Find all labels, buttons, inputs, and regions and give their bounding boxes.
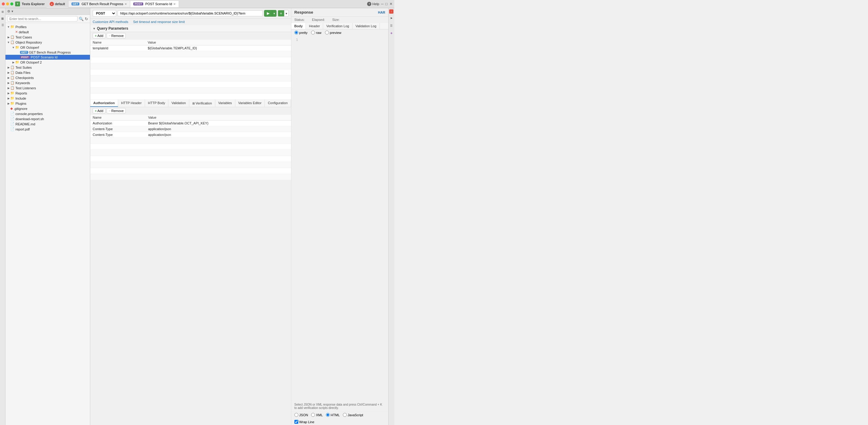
format-javascript[interactable]: JavaScript bbox=[343, 413, 363, 417]
response-elapsed: Elapsed: bbox=[312, 18, 326, 22]
tab-get-bench[interactable]: GET GET Bench Result Progress ✕ bbox=[68, 1, 130, 7]
auth-row-3[interactable]: Content-Type application/json bbox=[90, 132, 291, 138]
xml-label: XML bbox=[316, 413, 323, 417]
tab-configuration[interactable]: Configuration bbox=[265, 100, 291, 107]
sidebar-item-post-scenario[interactable]: POST POST Scenario Id bbox=[5, 55, 90, 60]
format-xml[interactable]: XML bbox=[311, 413, 323, 417]
har-link[interactable]: HAR bbox=[378, 10, 385, 14]
tab-validation[interactable]: Validation bbox=[168, 100, 189, 107]
radio-raw[interactable]: raw bbox=[311, 31, 321, 34]
tab-default-label: default bbox=[55, 2, 65, 6]
left-panel-header-icons: ⚙ ▾ bbox=[7, 9, 13, 13]
query-params-collapse-arrow[interactable]: ▼ bbox=[93, 27, 96, 30]
panel-icon-2[interactable]: ▾ bbox=[11, 9, 13, 13]
auth-name-1: Authorization bbox=[90, 121, 146, 126]
icon-bar-btn-2[interactable]: ▦ bbox=[0, 16, 5, 21]
right-icon-1[interactable]: ! bbox=[389, 9, 394, 13]
icon-bar-btn-3[interactable]: ☰ bbox=[0, 23, 5, 28]
auth-toolbar: + Add − Remove bbox=[90, 107, 291, 115]
query-add-btn[interactable]: + Add bbox=[93, 33, 105, 38]
sidebar-item-get-bench[interactable]: GET GET Bench Result Progress bbox=[5, 50, 90, 55]
gitignore-label: .gitignore bbox=[13, 107, 27, 110]
sidebar-item-include[interactable]: ▶ 📁 Include bbox=[5, 96, 90, 101]
sidebar-item-keywords[interactable]: ▶ 📋 Keywords bbox=[5, 80, 90, 85]
tab-get-close[interactable]: ✕ bbox=[124, 2, 127, 6]
tab-http-body[interactable]: HTTP Body bbox=[145, 100, 169, 107]
response-tab-header[interactable]: Header bbox=[306, 23, 323, 29]
sidebar-item-checkpoints[interactable]: ▶ 📋 Checkpoints bbox=[5, 75, 90, 80]
timeout-link[interactable]: Set timeout and response size limit bbox=[133, 20, 185, 24]
auth-row-1[interactable]: Authorization Bearer ${GlobalVariable.OC… bbox=[90, 121, 291, 126]
param-row-1[interactable]: templateId ${GlobalVariable.TEMPLATE_ID} bbox=[90, 45, 291, 51]
add-action-btn[interactable]: + bbox=[278, 10, 284, 17]
tab-post-close[interactable]: ✕ bbox=[173, 2, 176, 6]
radio-pretty[interactable]: pretty bbox=[294, 31, 308, 34]
response-tab-verification-log[interactable]: Verification Log bbox=[323, 23, 352, 29]
right-icon-2[interactable]: ⚑ bbox=[389, 16, 394, 21]
sidebar-item-reports[interactable]: ▶ 📁 Reports bbox=[5, 91, 90, 96]
window-close-btn[interactable] bbox=[2, 2, 5, 5]
window-minimize-btn[interactable] bbox=[6, 2, 9, 5]
query-remove-btn[interactable]: − Remove bbox=[106, 33, 126, 38]
wm-maximize-icon[interactable]: □ bbox=[385, 2, 388, 6]
sidebar-item-test-suites[interactable]: ▶ 📋 Test Suites bbox=[5, 65, 90, 70]
sidebar-item-data-files[interactable]: ▶ 📋 Data Files bbox=[5, 70, 90, 75]
add-dropdown-btn[interactable]: ▾ bbox=[284, 10, 288, 17]
tab-authorization[interactable]: Authorization bbox=[90, 100, 118, 107]
sidebar-item-plugins[interactable]: ▶ 📁 Plugins bbox=[5, 101, 90, 106]
auth-row-2[interactable]: Content-Type application/json bbox=[90, 126, 291, 132]
sidebar-item-or-octoperf2[interactable]: ▶ 📁 OR Octoperf 2 bbox=[5, 60, 90, 65]
left-icon-bar: ⊞ ▦ ☰ bbox=[0, 8, 5, 425]
sidebar-item-default[interactable]: ✕ default bbox=[5, 29, 90, 34]
panel-icon-1[interactable]: ⚙ bbox=[7, 9, 10, 13]
auth-empty-row bbox=[90, 162, 291, 168]
tab-variables[interactable]: Variables bbox=[215, 100, 235, 107]
search-input[interactable] bbox=[7, 16, 78, 22]
tab-http-header[interactable]: HTTP Header bbox=[118, 100, 145, 107]
tab-post-label: POST Scenario Id bbox=[145, 2, 172, 6]
tab-default[interactable]: x default bbox=[46, 1, 68, 7]
sidebar-item-test-cases[interactable]: ▶ 📋 Test Cases bbox=[5, 34, 90, 40]
sidebar-item-report-pdf[interactable]: 📄 report.pdf bbox=[5, 127, 90, 132]
window-maximize-btn[interactable] bbox=[10, 2, 13, 5]
tab-post-scenario[interactable]: POST POST Scenario Id ✕ bbox=[130, 1, 179, 7]
method-select[interactable]: POST GET PUT DELETE bbox=[93, 10, 116, 17]
download-report-label: download-report.sh bbox=[16, 117, 44, 121]
tab-bar: x default GET GET Bench Result Progress … bbox=[46, 1, 366, 7]
left-panel: ⚙ ▾ 🔍 ↻ ▼ 📁 Profiles bbox=[5, 8, 90, 425]
sidebar-item-gitignore[interactable]: ◆ .gitignore bbox=[5, 106, 90, 111]
right-icon-3[interactable]: ☰ bbox=[389, 23, 394, 28]
radio-preview[interactable]: preview bbox=[325, 31, 341, 34]
response-tab-validation-log[interactable]: Validation Log bbox=[352, 23, 380, 29]
tab-verification[interactable]: ⊞ Verification bbox=[189, 100, 215, 107]
search-icon[interactable]: 🔍 bbox=[79, 17, 84, 21]
format-wrap-line[interactable]: Wrap Line bbox=[294, 420, 314, 424]
tab-variables-editor[interactable]: Variables Editor bbox=[235, 100, 265, 107]
run-dropdown-btn[interactable]: ▾ bbox=[272, 10, 276, 17]
refresh-icon[interactable]: ↻ bbox=[85, 17, 88, 21]
sidebar-item-readme[interactable]: 📄 README.md bbox=[5, 121, 90, 127]
right-icon-4[interactable]: ◈ bbox=[389, 31, 394, 35]
icon-bar-btn-1[interactable]: ⊞ bbox=[0, 9, 5, 14]
sidebar-item-download-report[interactable]: 📄 download-report.sh bbox=[5, 116, 90, 121]
sidebar-item-profiles[interactable]: ▼ 📁 Profiles bbox=[5, 24, 90, 29]
response-tab-body[interactable]: Body bbox=[291, 23, 306, 29]
format-json[interactable]: JSON bbox=[294, 413, 308, 417]
wm-close-icon[interactable]: ✕ bbox=[390, 2, 393, 6]
sidebar-item-or-octoperf[interactable]: ▼ 📁 OR Octoperf bbox=[5, 45, 90, 50]
auth-add-btn[interactable]: + Add bbox=[93, 108, 105, 113]
param-empty-row bbox=[90, 75, 291, 81]
url-input[interactable] bbox=[118, 10, 263, 17]
response-content bbox=[301, 38, 385, 399]
sidebar-item-console-props[interactable]: 📄 console.properties bbox=[5, 111, 90, 116]
auth-remove-btn[interactable]: − Remove bbox=[106, 108, 126, 113]
wm-minimize-icon[interactable]: ─ bbox=[381, 2, 384, 6]
help-button[interactable]: ? Help bbox=[367, 2, 379, 6]
sidebar-item-test-listeners[interactable]: ▶ 📋 Test Listeners bbox=[5, 85, 90, 91]
auth-empty-row bbox=[90, 150, 291, 156]
format-html[interactable]: HTML bbox=[326, 413, 340, 417]
customize-api-link[interactable]: Customize API methods bbox=[93, 20, 128, 24]
sidebar-item-object-repo[interactable]: ▼ 📋 Object Repository bbox=[5, 40, 90, 45]
run-button[interactable]: ▶ bbox=[265, 10, 272, 17]
keywords-arrow: ▶ bbox=[7, 81, 10, 85]
